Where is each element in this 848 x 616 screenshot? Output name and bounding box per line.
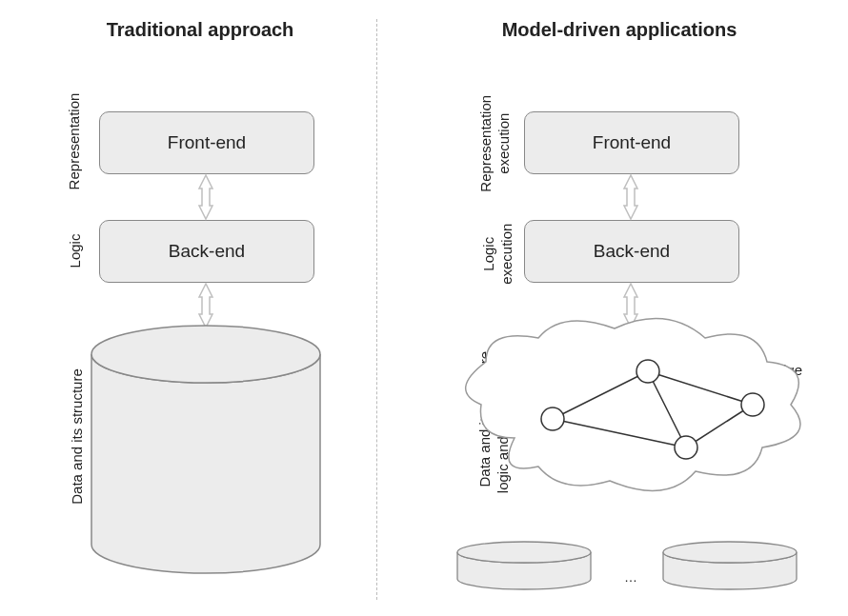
right-arrow-be-kg (624, 284, 637, 328)
svg-point-7 (636, 360, 659, 383)
right-frontend-box: Front-end (524, 111, 739, 174)
right-layer-data-l3: description (512, 383, 528, 452)
left-frontend-box: Front-end (99, 111, 314, 174)
svg-point-8 (741, 393, 764, 416)
right-layer-data-l2: logic and representation (495, 341, 511, 493)
right-title: Model-driven applications (448, 19, 791, 41)
svg-line-5 (553, 419, 686, 447)
right-layer-representation-exec: Representation execution (477, 87, 514, 201)
left-layer-logic: Logic (67, 228, 83, 275)
right-layer-data-desc: Data and its structure, logic and repres… (476, 322, 530, 512)
svg-line-3 (648, 371, 686, 447)
svg-point-9 (675, 436, 697, 459)
right-backend-box: Back-end (524, 220, 739, 283)
kg-label-l1: Knowledge (732, 362, 802, 378)
svg-point-0 (91, 326, 320, 383)
left-layer-data: Data and its structure (69, 356, 85, 518)
right-arrow-fe-be (624, 175, 637, 219)
left-arrow-be-db (199, 284, 212, 328)
svg-overlay (0, 0, 848, 616)
db1-label: Database #1 (455, 559, 594, 575)
left-arrow-fe-be (199, 175, 212, 219)
divider (376, 19, 377, 600)
left-frontend-label: Front-end (168, 132, 246, 153)
left-backend-box: Back-end (99, 220, 314, 283)
right-backend-label: Back-end (594, 241, 670, 262)
right-layer-logic-exec: Logic execution (480, 216, 516, 292)
right-layer-logic-l1: Logic (480, 237, 496, 271)
right-frontend-label: Front-end (593, 132, 671, 153)
left-layer-representation: Representation (66, 85, 82, 199)
svg-point-6 (541, 407, 564, 430)
right-layer-data-l1: Data and its structure, (476, 348, 493, 487)
svg-line-1 (553, 371, 648, 419)
svg-line-4 (686, 405, 753, 447)
left-database-label: Database (157, 438, 252, 459)
right-layer-logic-l2: execution (498, 224, 515, 285)
left-backend-label: Back-end (169, 241, 245, 262)
left-title: Traditional approach (67, 19, 333, 41)
kg-label-l2: graph (749, 379, 785, 395)
dbn-label: Database #N (661, 559, 799, 575)
right-layer-repexec-l1: Representation (477, 95, 494, 192)
knowledge-graph-label: Knowledge graph (724, 362, 810, 396)
right-layer-repexec-l2: execution (495, 113, 512, 174)
db-ellipsis: … (624, 569, 637, 585)
diagram-stage: Traditional approach Model-driven applic… (0, 0, 848, 616)
